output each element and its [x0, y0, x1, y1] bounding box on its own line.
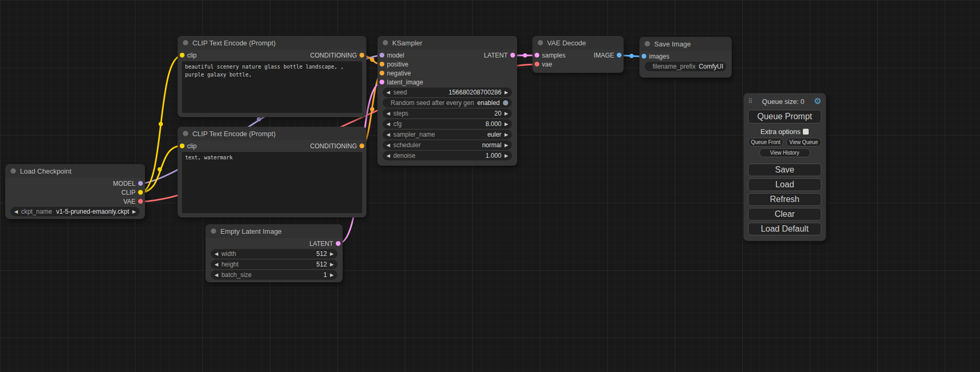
- increment-arrow-icon[interactable]: ▶: [504, 90, 508, 95]
- clip-port-icon[interactable]: [138, 190, 143, 195]
- decrement-arrow-icon[interactable]: ◀: [215, 273, 218, 278]
- node-clip-text-encode-negative[interactable]: CLIP Text Encode (Prompt) clip CONDITION…: [178, 127, 366, 217]
- node-title-bar[interactable]: Save Image: [639, 37, 732, 51]
- drag-handle-icon[interactable]: ⠿: [748, 98, 753, 105]
- input-slot-negative[interactable]: negative: [377, 70, 411, 77]
- latent-port-icon[interactable]: [510, 53, 515, 58]
- denoise-widget[interactable]: ◀ denoise 1.000 ▶: [383, 151, 512, 160]
- collapse-dot-icon[interactable]: [211, 228, 216, 234]
- conditioning-port-icon[interactable]: [380, 71, 384, 75]
- node-save-image[interactable]: Save Image images filename_prefix ComfyU…: [639, 37, 732, 78]
- positive-prompt-textarea[interactable]: beautiful scenery nature glass bottle la…: [182, 61, 362, 113]
- latent-port-icon[interactable]: [336, 241, 341, 246]
- input-slot-positive[interactable]: positive: [377, 61, 409, 68]
- input-slot-clip[interactable]: clip: [178, 142, 197, 150]
- view-history-button[interactable]: View History: [759, 148, 810, 157]
- filename-prefix-widget[interactable]: filename_prefix ComfyUI: [645, 62, 726, 71]
- node-title-bar[interactable]: VAE Decode: [532, 36, 624, 50]
- output-slot-vae[interactable]: VAE: [123, 198, 145, 205]
- view-queue-button[interactable]: View Queue: [786, 138, 821, 147]
- output-slot-image[interactable]: IMAGE: [594, 52, 624, 59]
- latent-port-icon[interactable]: [535, 53, 539, 58]
- output-slot-conditioning[interactable]: CONDITIONING: [310, 142, 366, 150]
- output-slot-clip[interactable]: CLIP: [121, 189, 145, 196]
- decrement-arrow-icon[interactable]: ◀: [386, 111, 390, 116]
- output-slot-latent[interactable]: LATENT: [309, 240, 343, 247]
- sampler-name-widget[interactable]: ◀ sampler_name euler ▶: [383, 130, 512, 139]
- node-title-bar[interactable]: Load Checkpoint: [5, 164, 145, 178]
- node-vae-decode[interactable]: VAE Decode samples IMAGE vae: [532, 36, 624, 73]
- clear-button[interactable]: Clear: [748, 208, 821, 221]
- clip-port-icon[interactable]: [180, 144, 185, 148]
- increment-arrow-icon[interactable]: ▶: [330, 262, 334, 267]
- collapse-dot-icon[interactable]: [538, 40, 543, 45]
- increment-arrow-icon[interactable]: ▶: [504, 122, 508, 127]
- conditioning-port-icon[interactable]: [380, 62, 384, 66]
- clip-port-icon[interactable]: [180, 53, 185, 58]
- output-slot-conditioning[interactable]: CONDITIONING: [310, 52, 366, 59]
- random-seed-toggle-widget[interactable]: Random seed after every gen enabled: [383, 98, 512, 108]
- conditioning-port-icon[interactable]: [360, 144, 364, 148]
- image-port-icon[interactable]: [642, 54, 646, 59]
- decrement-arrow-icon[interactable]: ◀: [386, 132, 390, 137]
- node-ksampler[interactable]: KSampler model LATENT positive: [377, 36, 517, 166]
- decrement-arrow-icon[interactable]: ◀: [215, 262, 218, 267]
- ckpt-name-widget[interactable]: ◀ ckpt_name v1-5-pruned-emaonly.ckpt ▶: [11, 207, 140, 216]
- node-empty-latent-image[interactable]: Empty Latent Image LATENT ◀ width 512 ▶ …: [206, 224, 343, 282]
- load-default-button[interactable]: Load Default: [748, 223, 821, 235]
- node-graph-canvas[interactable]: Load Checkpoint MODEL CLIP VAE: [0, 0, 980, 372]
- image-port-icon[interactable]: [617, 53, 622, 58]
- input-slot-model[interactable]: model: [377, 52, 404, 59]
- save-button[interactable]: Save: [748, 164, 821, 176]
- input-slot-images[interactable]: images: [639, 53, 669, 60]
- increment-arrow-icon[interactable]: ▶: [504, 111, 508, 116]
- collapse-dot-icon[interactable]: [383, 40, 388, 45]
- collapse-dot-icon[interactable]: [183, 40, 188, 45]
- node-clip-text-encode-positive[interactable]: CLIP Text Encode (Prompt) clip CONDITION…: [178, 36, 366, 117]
- increment-arrow-icon[interactable]: ▶: [330, 252, 334, 256]
- collapse-dot-icon[interactable]: [183, 131, 188, 136]
- collapse-dot-icon[interactable]: [11, 168, 16, 174]
- vae-port-icon[interactable]: [138, 199, 143, 204]
- decrement-arrow-icon[interactable]: ◀: [14, 209, 18, 214]
- increment-arrow-icon[interactable]: ▶: [504, 154, 508, 158]
- increment-arrow-icon[interactable]: ▶: [330, 273, 334, 278]
- input-slot-vae[interactable]: vae: [532, 61, 552, 68]
- width-widget[interactable]: ◀ width 512 ▶: [211, 249, 337, 259]
- node-title-bar[interactable]: CLIP Text Encode (Prompt): [178, 36, 366, 50]
- height-widget[interactable]: ◀ height 512 ▶: [211, 260, 337, 269]
- extra-options-checkbox[interactable]: [803, 129, 809, 135]
- input-slot-latent-image[interactable]: latent_image: [377, 79, 423, 86]
- increment-arrow-icon[interactable]: ▶: [132, 209, 136, 214]
- output-slot-model[interactable]: MODEL: [113, 180, 145, 187]
- increment-arrow-icon[interactable]: ▶: [504, 143, 508, 148]
- decrement-arrow-icon[interactable]: ◀: [386, 122, 390, 127]
- model-port-icon[interactable]: [138, 181, 143, 186]
- model-port-icon[interactable]: [380, 53, 384, 58]
- node-title-bar[interactable]: KSampler: [377, 36, 517, 50]
- seed-widget[interactable]: ◀ seed 156680208700286 ▶: [383, 88, 512, 97]
- steps-widget[interactable]: ◀ steps 20 ▶: [383, 109, 512, 118]
- negative-prompt-textarea[interactable]: text, watermark: [182, 152, 362, 213]
- vae-port-icon[interactable]: [535, 62, 539, 66]
- settings-gear-icon[interactable]: ⚙: [814, 97, 821, 106]
- collapse-dot-icon[interactable]: [645, 41, 650, 46]
- scheduler-widget[interactable]: ◀ scheduler normal ▶: [383, 140, 512, 150]
- cfg-widget[interactable]: ◀ cfg 8.000 ▶: [383, 119, 512, 129]
- toggle-indicator-icon[interactable]: [503, 100, 508, 106]
- decrement-arrow-icon[interactable]: ◀: [215, 252, 218, 256]
- node-load-checkpoint[interactable]: Load Checkpoint MODEL CLIP VAE: [5, 164, 145, 219]
- batch-size-widget[interactable]: ◀ batch_size 1 ▶: [211, 270, 337, 280]
- increment-arrow-icon[interactable]: ▶: [504, 132, 508, 137]
- decrement-arrow-icon[interactable]: ◀: [386, 90, 390, 95]
- refresh-button[interactable]: Refresh: [748, 193, 821, 206]
- decrement-arrow-icon[interactable]: ◀: [386, 154, 390, 158]
- queue-prompt-button[interactable]: Queue Prompt: [748, 110, 821, 123]
- load-button[interactable]: Load: [748, 178, 821, 191]
- queue-front-button[interactable]: Queue Front: [748, 138, 783, 147]
- node-title-bar[interactable]: Empty Latent Image: [206, 224, 343, 238]
- latent-port-icon[interactable]: [380, 80, 384, 84]
- conditioning-port-icon[interactable]: [360, 53, 364, 58]
- input-slot-samples[interactable]: samples: [532, 52, 566, 59]
- decrement-arrow-icon[interactable]: ◀: [386, 143, 390, 148]
